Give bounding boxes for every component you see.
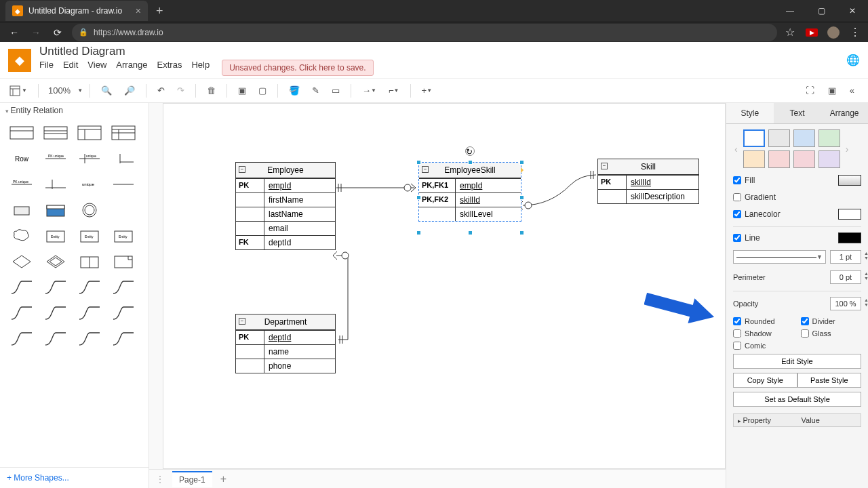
window-minimize-button[interactable]: — (774, 0, 806, 22)
undo-button[interactable]: ↶ (153, 83, 169, 98)
palette-shape[interactable] (7, 199, 37, 221)
unsaved-changes-alert[interactable]: Unsaved changes. Click here to save. (222, 60, 373, 76)
palette-shape[interactable]: Row (7, 148, 37, 169)
document-title[interactable]: Untitled Diagram (39, 45, 374, 58)
browser-menu-icon[interactable]: ⋮ (849, 26, 861, 39)
copy-style-button[interactable]: Copy Style (733, 373, 797, 388)
shadow-button[interactable]: ▭ (328, 83, 344, 98)
menu-arrange[interactable]: Arrange (116, 60, 147, 76)
entity-employee[interactable]: −EmployeePKempIdfirstNamelastNameemailFK… (235, 162, 336, 250)
fill-color-chip[interactable] (838, 175, 861, 186)
zoom-out-button[interactable]: 🔎 (120, 83, 139, 98)
palette-shape[interactable] (41, 328, 71, 350)
sidebar-section-entity-relation[interactable]: Entity Relation (0, 103, 149, 118)
palette-shape[interactable] (108, 277, 138, 298)
connection-button[interactable]: → ▼ (358, 83, 380, 98)
close-tab-icon[interactable]: × (136, 5, 141, 16)
palette-shape[interactable] (41, 122, 71, 144)
page-menu-icon[interactable]: ⋮ (156, 474, 164, 484)
lanecolor-chip[interactable] (838, 209, 861, 220)
zoom-in-button[interactable]: 🔍 (97, 83, 116, 98)
menu-view[interactable]: View (87, 60, 106, 76)
palette-shape[interactable] (41, 174, 71, 195)
line-color-button[interactable]: ✎ (308, 83, 323, 98)
palette-shape[interactable] (7, 277, 37, 298)
menu-help[interactable]: Help (191, 60, 210, 76)
palette-shape[interactable] (41, 302, 71, 324)
entity-skill[interactable]: −SkillPKskillIdskillDescription (597, 159, 699, 204)
palette-shape[interactable]: Entity (75, 225, 104, 247)
more-shapes-button[interactable]: More Shapes... (0, 467, 149, 488)
palette-shape[interactable] (75, 199, 104, 221)
language-button[interactable]: 🌐 (846, 54, 860, 66)
window-close-button[interactable]: ✕ (837, 0, 868, 22)
palette-shape[interactable]: Entity (108, 225, 138, 247)
entity-employee-skill[interactable]: ↻ −EmployeeSkillPK,FK1empIdPK,FK2skillId… (418, 162, 521, 222)
opacity-input[interactable]: 100 %▲▼ (830, 297, 861, 310)
edit-style-button[interactable]: Edit Style (733, 354, 861, 369)
format-panel-toggle[interactable]: ▣ (824, 83, 840, 98)
palette-shape[interactable]: PK unique (41, 148, 71, 169)
glass-checkbox[interactable]: Glass (801, 329, 862, 338)
palette-shape[interactable] (7, 302, 37, 324)
palette-shape[interactable] (108, 148, 138, 169)
forward-button[interactable]: → (28, 27, 43, 38)
youtube-extension-icon[interactable]: ▶ (806, 28, 818, 37)
delete-button[interactable]: 🗑 (203, 83, 220, 98)
collapse-button[interactable]: « (846, 83, 859, 98)
color-swatch[interactable] (743, 129, 765, 147)
color-swatch[interactable] (743, 150, 765, 168)
insert-button[interactable]: + ▼ (418, 83, 437, 98)
palette-shape[interactable] (75, 302, 104, 324)
line-width-input[interactable]: 1 pt▲▼ (830, 250, 861, 264)
palette-shape[interactable] (108, 122, 138, 144)
waypoint-button[interactable]: ⌐ ▼ (384, 83, 403, 98)
user-avatar[interactable] (827, 26, 840, 39)
back-button[interactable]: ← (7, 27, 22, 38)
palette-shape[interactable] (7, 328, 37, 350)
color-swatch[interactable] (818, 150, 840, 168)
palette-shape[interactable] (108, 302, 138, 324)
property-header[interactable]: Property Value (733, 413, 861, 427)
rotate-handle[interactable]: ↻ (465, 146, 475, 156)
line-checkbox[interactable]: Line (733, 233, 760, 243)
color-swatch[interactable] (818, 129, 840, 147)
shadow-checkbox[interactable]: Shadow (733, 329, 794, 338)
view-button[interactable]: ▼ (5, 83, 31, 98)
palette-shape[interactable] (41, 277, 71, 298)
palette-shape[interactable] (75, 328, 104, 350)
format-tab-style[interactable]: Style (726, 103, 774, 123)
palette-shape[interactable] (108, 328, 138, 350)
line-style-picker[interactable]: ▼ (733, 250, 826, 264)
palette-shape[interactable]: unique (75, 174, 104, 195)
palette-shape[interactable]: Entity (41, 225, 71, 247)
color-swatch[interactable] (768, 129, 790, 147)
bookmark-icon[interactable]: ☆ (784, 26, 796, 39)
palette-shape[interactable] (75, 251, 104, 272)
entity-department[interactable]: −DepartmentPKdeptIdnamephone (235, 314, 336, 373)
paste-style-button[interactable]: Paste Style (797, 373, 862, 388)
menu-file[interactable]: File (39, 60, 54, 76)
page-tab-1[interactable]: Page-1 (172, 471, 212, 487)
fill-color-button[interactable]: 🪣 (285, 83, 304, 98)
color-swatch[interactable] (768, 150, 790, 168)
comic-checkbox[interactable]: Comic (733, 342, 794, 350)
canvas-area[interactable]: −EmployeePKempIdfirstNamelastNameemailFK… (149, 103, 726, 488)
perimeter-input[interactable]: 0 pt▲▼ (830, 270, 861, 284)
color-swatch[interactable] (793, 129, 815, 147)
palette-shape[interactable] (7, 122, 37, 144)
palette-shape[interactable] (7, 225, 37, 247)
swatch-next[interactable]: › (844, 144, 850, 155)
to-front-button[interactable]: ▣ (234, 83, 250, 98)
palette-shape[interactable] (108, 251, 138, 272)
reload-button[interactable]: ⟳ (50, 27, 65, 38)
to-back-button[interactable]: ▢ (254, 83, 271, 98)
format-tab-arrange[interactable]: Arrange (821, 103, 868, 123)
rounded-checkbox[interactable]: Rounded (733, 317, 794, 325)
fullscreen-button[interactable]: ⛶ (802, 83, 818, 98)
default-style-button[interactable]: Set as Default Style (733, 392, 861, 407)
palette-shape[interactable] (41, 199, 71, 221)
app-logo[interactable]: ◆ (8, 49, 31, 72)
redo-button[interactable]: ↷ (173, 83, 189, 98)
fill-checkbox[interactable]: Fill (733, 176, 755, 185)
